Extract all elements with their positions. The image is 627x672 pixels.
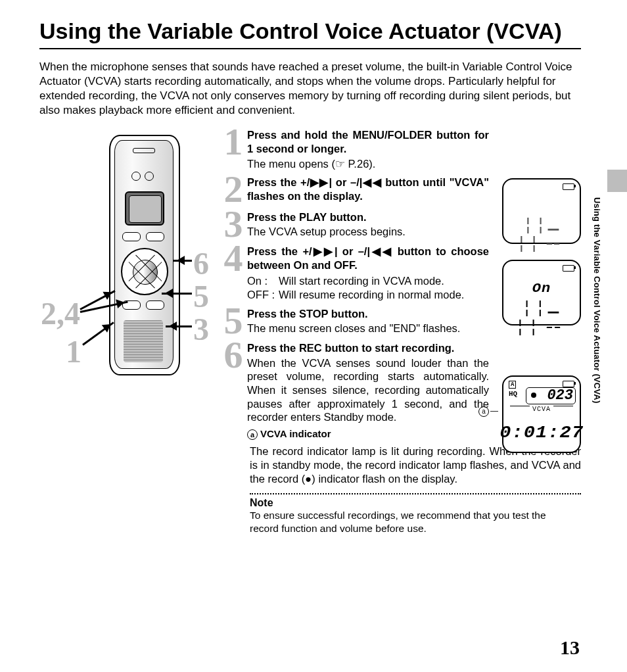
device-column: 6 5 3 2,4 1 [39,127,217,382]
skip-buttons-label: +/▶▶| or –/|◀◀ [302,245,392,257]
def-val: Will start recording in VCVA mode. [279,274,489,288]
step-detail: The VCVA setup process begins. [247,225,489,239]
callout-5: 5 [193,278,209,314]
lcd3-time: 0:01:27 [499,423,584,443]
step-detail: The menu screen closes and "END" flashes… [247,322,489,335]
step-head-post: button to start recording. [322,342,455,354]
lcd-screen-2: On ╎╎⎽ ╎╎╶╴ [502,260,581,325]
step-head-post: button. [327,211,366,223]
step-head-pre: Press the [247,176,300,188]
battery-icon [563,381,574,387]
step-number: 1 [222,127,244,157]
step-head-pre: Press the [247,308,299,320]
def-val: Will resume recording in normal mode. [279,288,489,302]
lcd3-folder: A [509,381,516,389]
skip-buttons-label: +/▶▶| or –/|◀◀ [300,176,382,188]
page-title: Using the Variable Control Voice Actuato… [39,18,581,44]
menu-folder-button-label: MENU/FOLDER [352,129,432,141]
battery-icon [563,265,574,272]
step-number: 4 [222,243,244,274]
lcd3-callout: a— [478,406,498,417]
intro-paragraph: When the microphone senses that sounds h… [39,60,581,118]
step-detail: The menu opens (☞ P.26). [247,157,489,171]
note-heading: Note [250,497,581,509]
steps-column: 1 Press and hold the MENU/FOLDER button … [217,127,581,535]
callout-3: 3 [193,311,209,347]
dotted-rule [250,493,581,494]
step-head-post: button. [328,308,367,320]
indicator-ref-icon: a [247,429,258,440]
step-head-pre: Press the [247,342,299,354]
stop-button-label: STOP [299,308,328,320]
arrow-5 [162,293,192,295]
device-illustration: 6 5 3 2,4 1 [39,132,217,382]
manual-page: Using the Variable Control Voice Actuato… [0,0,627,672]
note-body: To ensure successful recordings, we reco… [250,509,581,535]
lcd3-vcva: VCVA [503,406,580,413]
step4-definitions: On :Will start recording in VCVA mode. O… [247,274,489,301]
title-rule [39,48,581,49]
step-head-pre: Press the [247,245,302,257]
section-tab-label: Using the Variable Control Voice Actuato… [592,197,602,460]
def-key: OFF [247,289,269,300]
page-number: 13 [560,636,580,659]
lcd2-row1: On [532,281,551,296]
step-head-pre: Press the [247,211,299,223]
step-head-pre: Press and hold the [247,129,352,141]
step-detail: When the VCVA senses sound louder than t… [247,356,489,424]
callout-6: 6 [193,245,209,281]
step-number: 6 [222,340,244,370]
lcd-screen-3: A HQ 023 VCVA 0:01:27 [502,375,581,453]
lcd-screen-1: ╎╎⎽ ╎╎╶╴ [502,178,581,244]
step-number: 2 [222,174,244,204]
step-number: 5 [222,306,244,336]
battery-icon [563,183,574,190]
lcd3-file: 023 [547,387,573,404]
section-tab [607,170,627,192]
step-number: 3 [222,209,244,239]
arrow-3 [166,325,192,327]
lcd3-mode: HQ [509,390,517,398]
step-1: 1 Press and hold the MENU/FOLDER button … [222,127,581,170]
arrow-6 [174,260,192,262]
vcva-indicator-label: VCVA indicator [260,428,331,439]
def-key: On [247,275,262,287]
callout-1: 1 [66,333,81,370]
content-row: 6 5 3 2,4 1 1 Press and [39,127,581,535]
play-button-label: PLAY [299,211,327,223]
callout-24: 2,4 [41,295,80,331]
rec-button-label: REC [299,342,322,354]
